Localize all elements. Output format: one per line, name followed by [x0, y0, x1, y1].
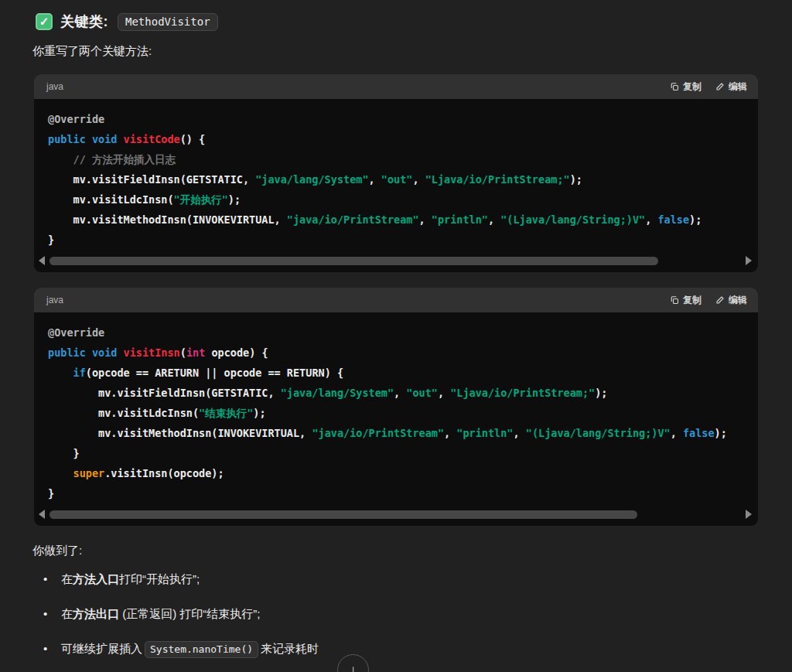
code-content: @Overridepublic void visitInsn(int opcod…	[34, 312, 758, 508]
summary-list: 在方法入口打印“开始执行”; 在方法出口 (正常返回) 打印“结束执行”; 可继…	[34, 571, 758, 657]
outro-text: 你做到了:	[32, 544, 758, 558]
copy-label: 复制	[683, 294, 702, 307]
code-actions: 复制 编辑	[670, 294, 747, 307]
scrollbar-thumb[interactable]	[50, 257, 658, 265]
code-block-visitinsn: java 复制 编辑 @Overridepublic void visitIns…	[34, 288, 758, 526]
copy-icon	[670, 295, 679, 305]
scroll-right-arrow-icon[interactable]	[746, 256, 752, 265]
scrollbar-thumb[interactable]	[50, 510, 637, 519]
scroll-right-arrow-icon[interactable]	[746, 510, 752, 519]
section-heading: ✓ 关键类: MethodVisitor	[36, 12, 758, 31]
copy-icon	[670, 82, 679, 91]
chevron-down-icon: ↓	[350, 663, 357, 672]
edit-label: 编辑	[729, 294, 747, 307]
horizontal-scrollbar[interactable]	[34, 254, 758, 272]
copy-label: 复制	[683, 80, 702, 94]
code-language-label: java	[46, 81, 63, 92]
intro-text: 你重写了两个关键方法:	[32, 44, 758, 59]
edit-icon	[715, 295, 725, 305]
code-header: java 复制 编辑	[34, 288, 758, 312]
horizontal-scrollbar[interactable]	[34, 508, 758, 526]
check-icon: ✓	[36, 13, 53, 30]
scroll-left-arrow-icon[interactable]	[39, 510, 45, 519]
code-content: @Overridepublic void visitCode() { // 方法…	[34, 99, 758, 254]
list-item: 在方法入口打印“开始执行”;	[34, 571, 758, 587]
edit-label: 编辑	[729, 80, 747, 94]
edit-button[interactable]: 编辑	[715, 80, 747, 94]
list-item: 在方法出口 (正常返回) 打印“结束执行”;	[34, 605, 758, 622]
copy-button[interactable]: 复制	[670, 294, 702, 307]
copy-button[interactable]: 复制	[670, 80, 702, 94]
code-block-visitcode: java 复制 编辑 @Overridepublic void visitCod…	[34, 74, 758, 272]
edit-icon	[715, 82, 725, 91]
edit-button[interactable]: 编辑	[715, 294, 747, 307]
chat-message: ✓ 关键类: MethodVisitor 你重写了两个关键方法: java 复制…	[0, 0, 792, 657]
scrollbar-track[interactable]	[50, 510, 741, 519]
scrollbar-track[interactable]	[50, 257, 741, 265]
code-language-label: java	[46, 295, 63, 305]
scroll-left-arrow-icon[interactable]	[39, 256, 45, 265]
code-header: java 复制 编辑	[34, 74, 758, 99]
list-item: 可继续扩展插入System.nanoTime()来记录耗时	[34, 640, 758, 657]
heading-title: 关键类:	[60, 12, 108, 31]
code-actions: 复制 编辑	[670, 80, 747, 94]
class-name-chip: MethodVisitor	[118, 13, 218, 31]
